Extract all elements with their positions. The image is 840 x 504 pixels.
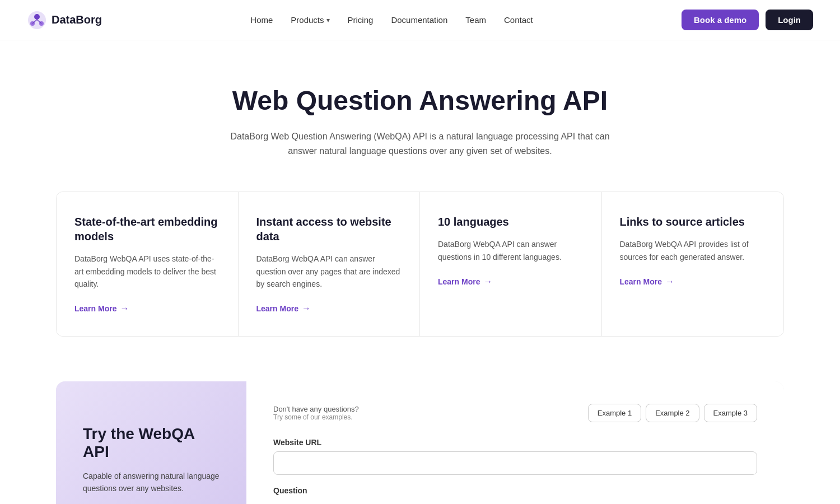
learn-more-1[interactable]: Learn More → (256, 304, 311, 314)
nav-contact[interactable]: Contact (504, 15, 533, 25)
demo-hint-text: Don't have any questions? (273, 405, 359, 413)
feature-title-2: 10 languages (438, 214, 584, 229)
demo-hints: Don't have any questions? Try some of ou… (273, 405, 359, 421)
feature-cards: State-of-the-art embedding models DataBo… (56, 192, 784, 337)
nav-team[interactable]: Team (465, 15, 486, 25)
demo-title: Try the WebQA API (83, 425, 220, 461)
hero-title: Web Question Answering API (13, 85, 827, 116)
login-button[interactable]: Login (766, 10, 813, 30)
nav-products[interactable]: Products ▾ (291, 15, 329, 25)
feature-title-1: Instant access to website data (256, 214, 402, 244)
arrow-icon-2: → (483, 277, 492, 287)
feature-desc-0: DataBorg WebQA API uses state-of-the-art… (74, 253, 220, 290)
nav-links: Home Products ▾ Pricing Documentation Te… (250, 15, 533, 25)
hero-section: Web Question Answering API DataBorg Web … (0, 40, 840, 192)
demo-section: Try the WebQA API Capable of answering n… (56, 381, 784, 504)
hero-description: DataBorg Web Question Answering (WebQA) … (224, 129, 616, 158)
arrow-icon-3: → (665, 277, 674, 287)
feature-title-3: Links to source articles (620, 214, 766, 229)
nav-actions: Book a demo Login (682, 10, 813, 30)
learn-more-0[interactable]: Learn More → (74, 304, 129, 314)
example-2-button[interactable]: Example 2 (646, 404, 699, 422)
demo-hint-sub-text: Try some of our examples. (273, 413, 359, 421)
feature-card-1: Instant access to website data DataBorg … (239, 192, 421, 336)
learn-more-2[interactable]: Learn More → (438, 277, 492, 287)
question-field-group: Question (273, 486, 757, 495)
arrow-icon-0: → (120, 304, 129, 314)
demo-left-panel: Try the WebQA API Capable of answering n… (56, 381, 246, 504)
navbar: DataBorg Home Products ▾ Pricing Documen… (0, 0, 840, 40)
chevron-down-icon: ▾ (326, 16, 330, 24)
url-field-group: Website URL (273, 438, 757, 486)
feature-desc-3: DataBorg WebQA API provides list of sour… (620, 238, 766, 263)
svg-point-1 (34, 14, 40, 20)
question-label: Question (273, 486, 757, 495)
logo-link[interactable]: DataBorg (27, 10, 102, 30)
feature-desc-2: DataBorg WebQA API can answer questions … (438, 238, 584, 263)
demo-right-panel: Don't have any questions? Try some of ou… (246, 381, 784, 504)
nav-documentation[interactable]: Documentation (391, 15, 447, 25)
logo-text: DataBorg (52, 13, 102, 26)
example-3-button[interactable]: Example 3 (704, 404, 757, 422)
svg-point-0 (28, 11, 46, 29)
demo-examples-row: Don't have any questions? Try some of ou… (273, 404, 757, 422)
arrow-icon-1: → (302, 304, 311, 314)
nav-pricing[interactable]: Pricing (348, 15, 374, 25)
feature-card-2: 10 languages DataBorg WebQA API can answ… (420, 192, 602, 336)
book-demo-button[interactable]: Book a demo (682, 10, 759, 30)
feature-desc-1: DataBorg WebQA API can answer question o… (256, 253, 402, 290)
feature-title-0: State-of-the-art embedding models (74, 214, 220, 244)
demo-description: Capable of answering natural language qu… (83, 470, 220, 495)
url-input[interactable] (273, 451, 757, 475)
url-label: Website URL (273, 438, 757, 447)
feature-card-0: State-of-the-art embedding models DataBo… (57, 192, 239, 336)
nav-home[interactable]: Home (250, 15, 273, 25)
example-buttons: Example 1 Example 2 Example 3 (588, 404, 757, 422)
logo-icon (27, 10, 47, 30)
example-1-button[interactable]: Example 1 (588, 404, 641, 422)
learn-more-3[interactable]: Learn More → (620, 277, 674, 287)
feature-card-3: Links to source articles DataBorg WebQA … (602, 192, 784, 336)
